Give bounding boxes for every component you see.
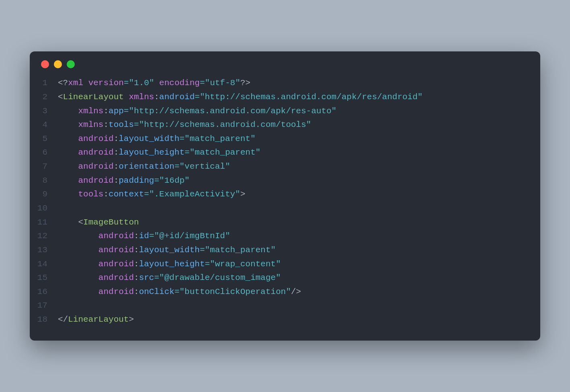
line-number: 10	[30, 202, 58, 216]
code-editor[interactable]: 1 <?xml version="1.0" encoding="utf-8"?>…	[30, 72, 540, 341]
code-text: <LinearLayout xmlns:android="http://sche…	[58, 90, 422, 104]
code-line: 9 tools:context=".ExampleActivity">	[30, 188, 540, 202]
code-line: 14 android:layout_height="wrap_content"	[30, 257, 540, 272]
code-text: tools:context=".ExampleActivity">	[58, 188, 245, 202]
minimize-icon[interactable]	[54, 60, 62, 68]
code-line: 6 android:layout_height="match_parent"	[30, 146, 540, 160]
code-line: 16 android:onClick="buttonClickOperation…	[30, 285, 540, 299]
line-number: 17	[30, 299, 58, 313]
line-number: 14	[30, 257, 58, 272]
line-number: 6	[30, 146, 58, 160]
code-text: xmlns:app="http://schemas.android.com/ap…	[58, 104, 336, 118]
code-text: xmlns:tools="http://schemas.android.com/…	[58, 118, 311, 132]
line-number: 3	[30, 104, 58, 118]
code-line: 10	[30, 202, 540, 216]
code-line: 5 android:layout_width="match_parent"	[30, 132, 540, 146]
code-line: 4 xmlns:tools="http://schemas.android.co…	[30, 118, 540, 132]
line-number: 12	[30, 229, 58, 243]
code-text: android:onClick="buttonClickOperation"/>	[58, 285, 301, 299]
code-text: android:layout_width="match_parent"	[58, 243, 276, 257]
code-text	[58, 299, 63, 313]
code-text: android:layout_width="match_parent"	[58, 132, 256, 146]
code-text: android:orientation="vertical"	[58, 160, 230, 174]
code-text: android:layout_height="match_parent"	[58, 146, 260, 160]
code-text: android:layout_height="wrap_content"	[58, 257, 281, 272]
code-line: 15 android:src="@drawable/custom_image"	[30, 271, 540, 285]
code-line: 8 android:padding="16dp"	[30, 174, 540, 188]
line-number: 8	[30, 174, 58, 188]
code-text: android:src="@drawable/custom_image"	[58, 271, 281, 285]
code-line: 7 android:orientation="vertical"	[30, 160, 540, 174]
line-number: 11	[30, 216, 58, 230]
code-text: </LinearLayout>	[58, 313, 134, 327]
code-line: 17	[30, 299, 540, 313]
code-line: 1 <?xml version="1.0" encoding="utf-8"?>	[30, 76, 540, 90]
code-line: 18 </LinearLayout>	[30, 313, 540, 327]
line-number: 15	[30, 271, 58, 285]
line-number: 13	[30, 243, 58, 257]
code-text: <ImageButton	[58, 216, 139, 230]
code-line: 3 xmlns:app="http://schemas.android.com/…	[30, 104, 540, 118]
line-number: 18	[30, 313, 58, 327]
line-number: 7	[30, 160, 58, 174]
code-line: 12 android:id="@+id/imgBtnId"	[30, 229, 540, 243]
code-text: <?xml version="1.0" encoding="utf-8"?>	[58, 76, 250, 90]
line-number: 1	[30, 76, 58, 90]
line-number: 5	[30, 132, 58, 146]
code-text: android:padding="16dp"	[58, 174, 190, 188]
code-line: 11 <ImageButton	[30, 216, 540, 230]
line-number: 16	[30, 285, 58, 299]
code-line: 13 android:layout_width="match_parent"	[30, 243, 540, 257]
line-number: 2	[30, 90, 58, 104]
code-text	[58, 202, 63, 216]
code-line: 2 <LinearLayout xmlns:android="http://sc…	[30, 90, 540, 104]
line-number: 9	[30, 188, 58, 202]
titlebar	[30, 51, 540, 72]
code-window: 1 <?xml version="1.0" encoding="utf-8"?>…	[30, 51, 540, 341]
line-number: 4	[30, 118, 58, 132]
code-text: android:id="@+id/imgBtnId"	[58, 229, 230, 243]
close-icon[interactable]	[41, 60, 49, 68]
maximize-icon[interactable]	[67, 60, 75, 68]
